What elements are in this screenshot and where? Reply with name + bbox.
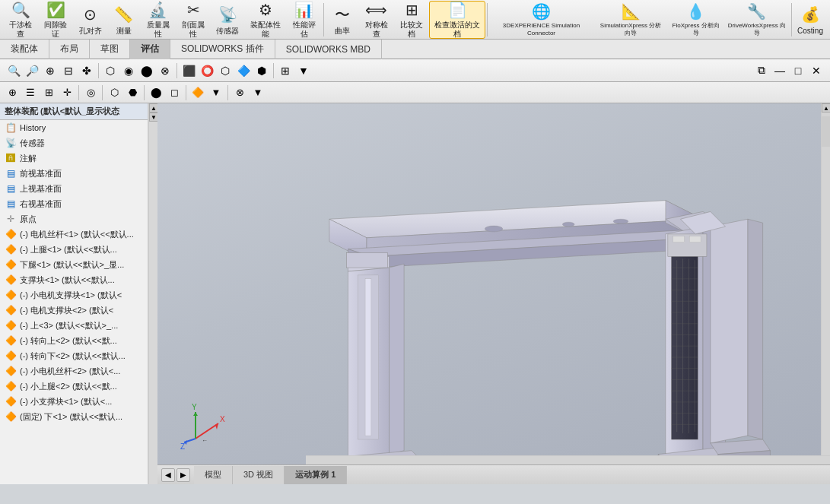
sidebar-item-turn-down2[interactable]: 🔶 (-) 转向下<2> (默认<<默认... [0,348,148,363]
tab-assemble[interactable]: 装配体 [0,40,49,59]
tb2-sep-2 [176,63,177,78]
tb2-icon-10[interactable]: ⬛ [180,62,197,79]
sidebar-item-small-upper-leg2[interactable]: 🔶 (-) 小上腿<2> (默认<<默... [0,379,148,394]
toolbar-performance[interactable]: 📊 性能评估 [287,1,322,39]
tb3-sep-3 [144,85,145,100]
tb2-icon-close[interactable]: ✕ [808,62,825,79]
svg-point-52 [613,219,628,223]
toolbar-section[interactable]: ✂ 剖面属性 [176,1,211,39]
viewport-scroll-up[interactable]: ▲ [822,103,830,113]
tb2-icon-2[interactable]: 🔎 [24,62,40,79]
tb3-icon-6[interactable]: ⬡ [106,84,122,101]
tab-evaluate[interactable]: 评估 [130,40,170,59]
tb2-icon-16[interactable]: ▼ [295,62,312,79]
toolbar-hole-align[interactable]: ⊙ 孔对齐 [74,1,107,39]
svg-text:X: X [220,415,225,423]
tb2-icon-3[interactable]: ⊕ [42,62,59,79]
sidebar-item-motor-screw1[interactable]: 🔶 (-) 电机丝杆<1> (默认<<默认... [0,227,148,242]
tb2-icon-maximize[interactable]: □ [790,62,806,79]
part-icon-9: 🔶 [5,350,17,362]
tb2-icon-8[interactable]: ⬤ [138,62,155,79]
tb3-icon-3[interactable]: ⊞ [40,84,57,101]
sidebar-item-right-plane[interactable]: ▤ 右视基准面 [0,196,148,211]
sidebar-item-sensor[interactable]: 📡 传感器 [0,135,148,151]
tb2-icon-restore[interactable]: ⧉ [753,62,770,79]
tb2-icon-5[interactable]: ✤ [78,62,95,79]
sidebar-item-small-motor-screw2[interactable]: 🔶 (-) 小电机丝杆<2> (默认<... [0,363,148,379]
sidebar-item-front-plane[interactable]: ▤ 前视基准面 [0,166,148,181]
tb2-icon-15[interactable]: ⊞ [277,62,294,79]
sidebar-item-annotation[interactable]: 🅰 注解 [0,151,148,166]
sidebar-item-origin[interactable]: ✛ 原点 [0,211,148,227]
tb2-icon-13[interactable]: 🔷 [235,62,252,79]
toolbar-check[interactable]: 🔍 干涉检查 [3,1,38,39]
sidebar-item-lower-leg1[interactable]: 🔶 下腿<1> (默认<<默认>_显... [0,257,148,272]
viewport-hscrollbar[interactable] [306,455,830,464]
sidebar-item-fixed-down1[interactable]: 🔶 (固定) 下<1> (默认<<默认... [0,409,148,424]
tb3-icon-2[interactable]: ☰ [22,84,39,101]
tab-solidworks-mbd[interactable]: SOLIDWORKS MBD [275,40,382,59]
tb2-icon-11[interactable]: ⭕ [199,62,215,79]
toolbar3: ⊕ ☰ ⊞ ✛ ◎ ⬡ ⬣ ⬤ ◻ 🔶 ▼ ⊗ ▼ [0,82,830,103]
toolbar-measure[interactable]: 📏 测量 [107,1,141,39]
toolbar-symmetry[interactable]: ⟺ 对称检查 [359,1,394,39]
nav-prev-btn[interactable]: ◀ [161,468,175,482]
tb2-icon-4[interactable]: ⊟ [60,62,77,79]
sidebar-item-upper-leg1[interactable]: 🔶 (-) 上腿<1> (默认<<默认... [0,242,148,257]
tb3-icon-4[interactable]: ✛ [59,84,75,101]
tb3-icon-10[interactable]: 🔶 [189,84,206,101]
toolbar-simulationxpress[interactable]: 📐 SimulationXpress 分析向导 [593,1,668,39]
toolbar-compare[interactable]: ⊞ 比较文档 [394,1,429,39]
viewport-vscrollbar[interactable]: ▲ [821,103,830,455]
tb2-icon-14[interactable]: ⬢ [253,62,270,79]
toolbar-costing[interactable]: 💰 Costing [793,1,827,39]
toolbar-quality[interactable]: 🔬 质量属性 [141,1,176,39]
nav-next-btn[interactable]: ▶ [176,468,190,482]
sidebar-scrollbar[interactable]: ▲ ▼ [148,103,157,484]
3dexperience-icon: 🌐 [531,2,552,21]
part-icon-2: 🔶 [5,243,17,255]
toolbar-floxpress[interactable]: 💧 FloXpress 分析向导 [668,1,724,39]
sidebar-item-top-plane[interactable]: ▤ 上视基准面 [0,181,148,196]
tb3-icon-5[interactable]: ◎ [82,84,99,101]
toolbar-validate[interactable]: ✅ 间隙验证 [38,1,73,39]
toolbar-driveworksxpress[interactable]: 🔧 DriveWorksXpress 向导 [724,1,790,39]
tb3-icon-9[interactable]: ◻ [166,84,183,101]
part-icon-5: 🔶 [5,289,17,301]
tb3-icon-13[interactable]: ▼ [250,84,266,101]
part-icon-3: 🔶 [5,258,17,271]
sidebar-item-support-block1[interactable]: 🔶 支撑块<1> (默认<<默认... [0,272,148,287]
tb2-icon-12[interactable]: ⬡ [217,62,234,79]
tb3-icon-11[interactable]: ▼ [208,84,224,101]
sidebar-item-motor-support1[interactable]: 🔶 (-) 小电机支撑块<1> (默认< [0,287,148,303]
tab-layout[interactable]: 布局 [49,40,90,59]
tb2-icon-7[interactable]: ◉ [120,62,137,79]
tab-solidworks-plugin[interactable]: SOLIDWORKS 插件 [170,40,275,59]
bottom-tab-motion[interactable]: 运动算例 1 [285,466,347,484]
toolbar-3dexperience[interactable]: 🌐 3DEXPERIENCE Simulation Connector [489,1,594,39]
toolbar-curve[interactable]: 〜 曲率 [326,1,359,39]
bottom-tab-3dview[interactable]: 3D 视图 [233,466,285,484]
sidebar-item-small-support1[interactable]: 🔶 (-) 小支撑块<1> (默认<... [0,394,148,409]
tb3-icon-1[interactable]: ⊕ [4,84,21,101]
tb2-icon-1[interactable]: 🔍 [5,62,22,79]
viewport[interactable]: X Y Z ← ▲ ◀ ▶ 模型 [157,103,830,484]
tb2-icon-6[interactable]: ⬡ [102,62,119,79]
svg-marker-9 [389,264,404,454]
tb2-icon-9[interactable]: ⊗ [157,62,173,79]
tb3-icon-7[interactable]: ⬣ [124,84,141,101]
toolbar-sensor[interactable]: 📡 传感器 [211,1,244,39]
tab-sketch[interactable]: 草图 [90,40,130,59]
toolbar-assembly[interactable]: ⚙ 装配体性能 [244,1,286,39]
sidebar-item-turn2[interactable]: 🔶 (-) 转向上<2> (默认<<默... [0,333,148,348]
bottom-tab-model[interactable]: 模型 [194,466,233,484]
tb2-icon-minimize[interactable]: — [771,62,788,79]
svg-rect-49 [347,252,388,268]
sidebar-item-history[interactable]: 📋 History [0,120,148,135]
driveworksxpress-icon: 🔧 [746,2,768,21]
tb3-icon-8[interactable]: ⬤ [148,84,164,101]
sidebar-item-motor-support2[interactable]: 🔶 (-) 电机支撑块<2> (默认< [0,303,148,318]
tb3-icon-12[interactable]: ⊗ [231,84,248,101]
toolbar-check-doc[interactable]: 📄 检查激活的文档 [429,1,485,39]
sidebar-item-upper3[interactable]: 🔶 (-) 上<3> (默认<<默认>_... [0,318,148,333]
